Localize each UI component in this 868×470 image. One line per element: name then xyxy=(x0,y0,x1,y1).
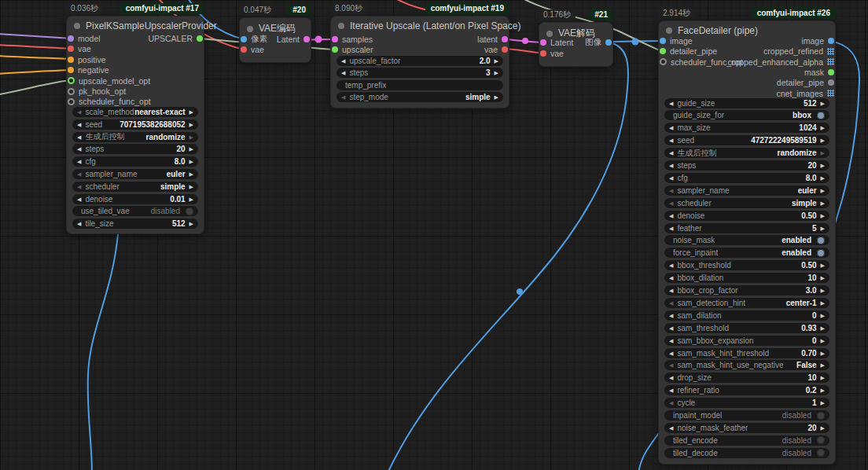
widget-max-size[interactable]: ◀max_size1024▶ xyxy=(664,123,829,133)
toggle-knob-icon[interactable] xyxy=(817,436,825,444)
widget-cfg[interactable]: ◀cfg8.0▶ xyxy=(72,156,198,167)
decrement-arrow-icon[interactable]: ◀ xyxy=(77,156,81,167)
increment-arrow-icon[interactable]: ▶ xyxy=(821,273,825,283)
decrement-arrow-icon[interactable]: ◀ xyxy=(77,144,81,154)
collapse-dot-icon[interactable] xyxy=(546,31,553,37)
port-dot[interactable] xyxy=(68,98,75,105)
widget-sam-dilation[interactable]: ◀sam_dilation0▶ xyxy=(664,310,829,321)
port-dot[interactable] xyxy=(241,36,247,42)
increment-arrow-icon[interactable]: ▶ xyxy=(821,398,825,408)
node-title-bar[interactable]: PixelKSampleUpscalerProvider xyxy=(74,20,217,31)
widget-steps[interactable]: ◀steps20▶ xyxy=(664,160,829,171)
decrement-arrow-icon[interactable]: ◀ xyxy=(669,298,673,308)
input-port-samples[interactable]: samples xyxy=(332,35,373,44)
output-port-latent[interactable]: Latent xyxy=(277,35,310,44)
increment-arrow-icon[interactable]: ▶ xyxy=(189,144,193,154)
decrement-arrow-icon[interactable]: ◀ xyxy=(669,223,673,233)
output-port-cnet-images[interactable]: cnet_images xyxy=(776,89,834,98)
port-dot[interactable] xyxy=(660,38,666,44)
increment-arrow-icon[interactable]: ▶ xyxy=(821,310,825,321)
input-port-upscaler[interactable]: upscaler xyxy=(332,45,373,54)
increment-arrow-icon[interactable]: ▶ xyxy=(821,135,825,145)
widget-sam-mask-hint-use-negative[interactable]: ◀sam_mask_hint_use_negativeFalse▶ xyxy=(664,360,829,370)
node-pixelksampleupscalerprovider[interactable]: 0.036秒comfyui-impact #17PixelKSampleUpsc… xyxy=(66,16,204,234)
port-dot[interactable] xyxy=(68,77,75,84)
widget-sam-threshold[interactable]: ◀sam_threshold0.93▶ xyxy=(664,323,829,333)
decrement-arrow-icon[interactable]: ◀ xyxy=(77,107,81,117)
increment-arrow-icon[interactable]: ▶ xyxy=(495,56,498,66)
increment-arrow-icon[interactable]: ▶ xyxy=(189,132,193,142)
widget-scale-method[interactable]: ◀scale_methodnearest-exact▶ xyxy=(72,107,198,117)
decrement-arrow-icon[interactable]: ◀ xyxy=(669,310,673,321)
input-port-scheduler-func-opt[interactable]: scheduler_func_opt xyxy=(68,97,151,106)
widget-steps[interactable]: ◀steps3▶ xyxy=(337,68,503,78)
port-grid-icon[interactable] xyxy=(827,48,834,55)
port-grid-icon[interactable] xyxy=(827,58,834,65)
decrement-arrow-icon[interactable]: ◀ xyxy=(77,194,81,204)
toggle-knob-icon[interactable] xyxy=(817,412,825,420)
toggle-knob-icon[interactable] xyxy=(186,207,193,215)
port-dot[interactable] xyxy=(68,46,74,52)
widget-feather[interactable]: ◀feather5▶ xyxy=(664,223,829,233)
decrement-arrow-icon[interactable]: ◀ xyxy=(669,360,673,370)
widget-cycle[interactable]: ◀cycle1▶ xyxy=(664,398,829,408)
port-dot[interactable] xyxy=(828,69,834,75)
increment-arrow-icon[interactable]: ▶ xyxy=(189,194,193,204)
widget-sampler-name[interactable]: ◀sampler_nameeuler▶ xyxy=(72,169,198,179)
decrement-arrow-icon[interactable]: ◀ xyxy=(669,211,673,221)
port-dot[interactable] xyxy=(303,36,310,42)
increment-arrow-icon[interactable]: ▶ xyxy=(821,360,825,370)
port-grid-icon[interactable] xyxy=(827,90,834,97)
port-dot[interactable] xyxy=(332,36,338,42)
input-port-像素[interactable]: 像素 xyxy=(241,35,267,44)
widget-denoise[interactable]: ◀denoise0.01▶ xyxy=(72,194,198,204)
decrement-arrow-icon[interactable]: ◀ xyxy=(669,423,673,433)
widget-sampler-name[interactable]: ◀sampler_nameeuler▶ xyxy=(664,185,829,196)
increment-arrow-icon[interactable]: ▶ xyxy=(821,173,825,183)
decrement-arrow-icon[interactable]: ◀ xyxy=(669,285,673,296)
widget-bbox-dilation[interactable]: ◀bbox_dilation10▶ xyxy=(664,273,829,283)
decrement-arrow-icon[interactable]: ◀ xyxy=(669,336,673,346)
widget-noise-mask[interactable]: noise_maskenabled xyxy=(664,235,829,245)
toggle-knob-icon[interactable] xyxy=(817,249,825,257)
increment-arrow-icon[interactable]: ▶ xyxy=(821,298,825,308)
collapse-dot-icon[interactable] xyxy=(74,23,80,29)
widget-生成后控制[interactable]: ◀生成后控制randomize▶ xyxy=(664,148,829,158)
widget-tiled-decode[interactable]: tiled_decodedisabled xyxy=(664,448,829,458)
node-facedetailer-pipe[interactable]: 2.914秒comfyui-impact #26FaceDetailer (pi… xyxy=(658,20,836,464)
node-vae解码[interactable]: 0.176秒#21VAE解码Latentvae图像 xyxy=(539,22,613,67)
widget-tiled-encode[interactable]: tiled_encodedisabled xyxy=(664,435,829,446)
decrement-arrow-icon[interactable]: ◀ xyxy=(77,218,81,229)
input-port-vae[interactable]: vae xyxy=(540,49,564,58)
increment-arrow-icon[interactable]: ▶ xyxy=(821,373,825,383)
port-dot[interactable] xyxy=(828,79,834,86)
decrement-arrow-icon[interactable]: ◀ xyxy=(77,132,81,142)
decrement-arrow-icon[interactable]: ◀ xyxy=(669,185,673,196)
input-port-latent[interactable]: Latent xyxy=(540,38,573,47)
widget-inpaint-model[interactable]: inpaint_modeldisabled xyxy=(664,410,829,420)
output-port-image[interactable]: image xyxy=(801,36,834,46)
port-dot[interactable] xyxy=(332,46,338,53)
widget-sam-bbox-expansion[interactable]: ◀sam_bbox_expansion0▶ xyxy=(664,336,829,346)
output-port-vae[interactable]: vae xyxy=(484,45,508,54)
widget-guide-size-for[interactable]: guide_size_forbbox xyxy=(664,110,829,120)
port-dot[interactable] xyxy=(540,50,546,57)
increment-arrow-icon[interactable]: ▶ xyxy=(821,185,825,196)
widget-step-mode[interactable]: ◀step_modesimple▶ xyxy=(337,92,503,102)
decrement-arrow-icon[interactable]: ◀ xyxy=(669,148,673,158)
decrement-arrow-icon[interactable]: ◀ xyxy=(669,173,673,183)
output-port-图像[interactable]: 图像 xyxy=(585,38,612,47)
increment-arrow-icon[interactable]: ▶ xyxy=(821,336,825,346)
increment-arrow-icon[interactable]: ▶ xyxy=(189,107,193,117)
widget-upscale-factor[interactable]: ◀upscale_factor2.0▶ xyxy=(337,56,503,66)
output-port-cropped-enhanced-alpha[interactable]: cropped_enhanced_alpha xyxy=(728,57,834,67)
collapse-dot-icon[interactable] xyxy=(247,26,253,32)
input-port-upscale-model-opt[interactable]: upscale_model_opt xyxy=(68,76,150,86)
widget-seed[interactable]: ◀seed707195382688052▶ xyxy=(72,119,198,130)
widget-tile-size[interactable]: ◀tile_size512▶ xyxy=(72,218,198,229)
increment-arrow-icon[interactable]: ▶ xyxy=(821,260,825,270)
output-port-mask[interactable]: mask xyxy=(804,68,834,77)
output-port-detailer-pipe[interactable]: detailer_pipe xyxy=(777,78,834,87)
widget-bbox-crop-factor[interactable]: ◀bbox_crop_factor3.0▶ xyxy=(664,285,829,296)
widget-denoise[interactable]: ◀denoise0.50▶ xyxy=(664,211,829,221)
